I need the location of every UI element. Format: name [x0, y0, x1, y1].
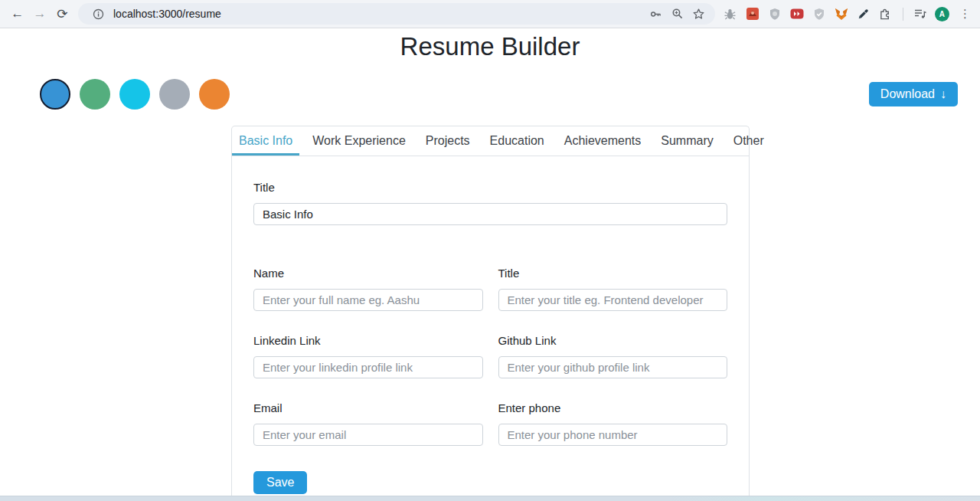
- section-title-input[interactable]: [253, 203, 727, 225]
- bug-extension-icon[interactable]: [723, 6, 738, 21]
- extensions-area: A ⋮: [723, 6, 974, 21]
- save-button[interactable]: Save: [253, 471, 307, 494]
- password-key-icon[interactable]: [648, 5, 665, 22]
- url-text[interactable]: localhost:3000/resume: [113, 8, 643, 20]
- extensions-puzzle-icon[interactable]: [878, 6, 893, 21]
- github-link-input[interactable]: [498, 356, 728, 378]
- color-picker-extension-icon[interactable]: [856, 6, 871, 21]
- email-label: Email: [253, 401, 483, 414]
- color-swatch-cyan[interactable]: [119, 79, 150, 110]
- bookmark-star-icon[interactable]: [691, 5, 707, 22]
- basic-info-form: Title Name Title Linkedin Link Github Li…: [232, 181, 749, 494]
- horizontal-scrollbar[interactable]: [0, 496, 980, 501]
- privacy-shield-extension-icon[interactable]: [812, 6, 827, 21]
- media-playlist-icon[interactable]: [913, 6, 928, 21]
- title-input[interactable]: [498, 289, 728, 311]
- tab-work-experience[interactable]: Work Experience: [305, 126, 413, 156]
- shield-extension-icon[interactable]: [767, 6, 782, 21]
- color-swatch-gray[interactable]: [159, 79, 190, 110]
- download-arrow-icon: ↓: [940, 87, 946, 101]
- toolbar-separator: [903, 8, 903, 21]
- tab-basic-info[interactable]: Basic Info: [232, 126, 299, 156]
- tab-other[interactable]: Other: [727, 126, 771, 156]
- metamask-fox-icon[interactable]: [834, 6, 849, 21]
- reload-button[interactable]: ⟳: [53, 3, 72, 25]
- email-input[interactable]: [253, 424, 483, 446]
- forward-button[interactable]: →: [30, 3, 49, 25]
- section-title-label: Title: [253, 181, 727, 194]
- name-label: Name: [253, 267, 483, 280]
- browser-menu-button[interactable]: ⋮: [956, 7, 974, 21]
- address-bar[interactable]: localhost:3000/resume: [78, 3, 715, 25]
- theme-color-swatches: [40, 79, 230, 110]
- download-button-label: Download: [880, 87, 935, 101]
- zoom-icon[interactable]: [669, 5, 686, 22]
- color-swatch-green[interactable]: [80, 79, 110, 110]
- download-button[interactable]: Download ↓: [869, 82, 958, 106]
- phone-label: Enter phone: [498, 401, 728, 414]
- github-link-label: Github Link: [498, 334, 728, 347]
- video-controls-extension-icon[interactable]: [789, 6, 805, 21]
- profile-avatar[interactable]: A: [935, 7, 949, 21]
- theme-and-download-row: Download ↓: [0, 79, 980, 110]
- title-label: Title: [498, 267, 728, 280]
- tab-summary[interactable]: Summary: [654, 126, 720, 156]
- resume-form-card: Basic Info Work Experience Projects Educ…: [231, 126, 750, 501]
- tab-bar: Basic Info Work Experience Projects Educ…: [232, 126, 749, 156]
- tab-education[interactable]: Education: [483, 126, 551, 156]
- linkedin-link-input[interactable]: [253, 356, 483, 378]
- name-input[interactable]: [253, 289, 483, 311]
- back-button[interactable]: ←: [8, 3, 27, 25]
- tab-projects[interactable]: Projects: [419, 126, 477, 156]
- screen-recorder-extension-icon[interactable]: [745, 6, 760, 21]
- linkedin-link-label: Linkedin Link: [253, 334, 483, 347]
- tab-achievements[interactable]: Achievements: [557, 126, 648, 156]
- page-title: Resume Builder: [0, 31, 980, 63]
- browser-toolbar: ← → ⟳ localhost:3000/resume: [0, 0, 980, 28]
- phone-input[interactable]: [498, 424, 728, 446]
- site-info-icon[interactable]: [90, 5, 107, 22]
- color-swatch-blue[interactable]: [40, 79, 70, 110]
- color-swatch-orange[interactable]: [199, 79, 230, 110]
